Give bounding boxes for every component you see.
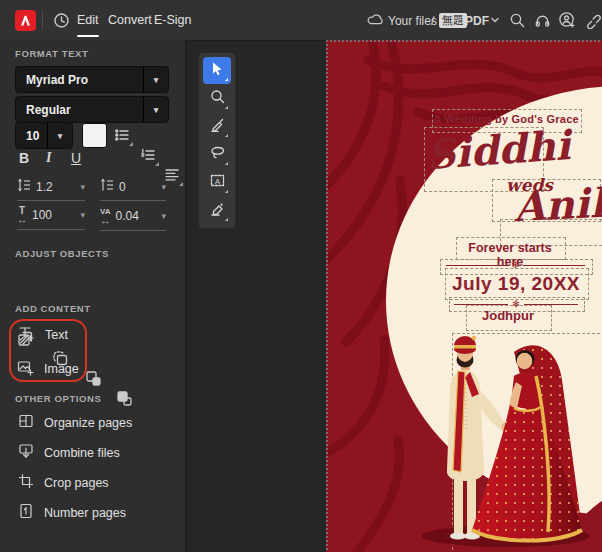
magnifier-icon [210, 89, 225, 108]
cloud-icon [366, 11, 384, 29]
menu-convert-label: Convert [108, 13, 152, 27]
chevron-down-icon[interactable] [486, 11, 504, 29]
chevron-down-icon: ▾ [161, 182, 166, 192]
edit-sidebar: FORMAT TEXT Myriad Pro ▾ Regular ▾ 10 ▾ … [0, 40, 187, 552]
sidebar-item-label: Number pages [44, 506, 126, 520]
select-tool[interactable] [203, 57, 231, 84]
sidebar-item-organize-pages[interactable]: Organize pages [18, 413, 132, 432]
eraser-tool[interactable] [203, 197, 231, 224]
combine-files-icon [18, 443, 34, 462]
date-text: July 19, 20XX [445, 273, 587, 295]
format-text-title: FORMAT TEXT [15, 48, 88, 59]
lasso-icon [210, 145, 225, 164]
adjust-objects-title: ADJUST OBJECTS [15, 248, 109, 259]
italic-button[interactable]: I [46, 150, 51, 166]
organize-pages-icon [18, 413, 34, 432]
ornament-divider-top: ✻ [446, 259, 585, 272]
link-icon[interactable] [583, 11, 601, 29]
menu-edit[interactable]: Edit [77, 0, 99, 40]
chevron-down-icon: ▾ [143, 97, 168, 122]
sidebar-item-crop-pages[interactable]: Crop pages [18, 473, 109, 492]
menu-convert[interactable]: Convert [108, 0, 152, 40]
pen-tool[interactable] [203, 113, 231, 140]
document-filename[interactable]: 無題 [439, 13, 467, 28]
couple-illustration[interactable] [414, 330, 590, 550]
menu-esign[interactable]: E-Sign [154, 0, 192, 40]
bullet-list-button[interactable] [112, 125, 132, 145]
breadcrumb-your-files[interactable]: Your files [388, 14, 437, 28]
line-spacing-icon [17, 178, 31, 195]
sidebar-item-label: Organize pages [44, 416, 132, 430]
numbered-list-button[interactable] [138, 145, 158, 165]
breadcrumb-separator: / [431, 14, 434, 28]
menu-esign-label: E-Sign [154, 13, 192, 27]
chevron-down-icon: ▾ [143, 67, 168, 92]
crop-pages-icon [18, 473, 34, 492]
font-family-value: Myriad Pro [16, 73, 143, 87]
annotation-highlight-circle [9, 319, 87, 382]
groom-name-text: Anil [513, 179, 602, 231]
horizontal-scale-control[interactable]: T↔ 100 ▾ [17, 206, 85, 224]
chevron-down-icon: ▾ [80, 210, 85, 220]
horizontal-scale-value: 100 [32, 208, 52, 222]
chevron-down-icon: ▾ [47, 123, 72, 148]
sidebar-item-combine-files[interactable]: Combine files [18, 443, 120, 462]
font-size-value: 10 [16, 129, 47, 143]
pdf-page: A Wedding by God's Grace Siddhi weds Ani… [326, 40, 602, 552]
share-person-icon[interactable] [558, 11, 576, 29]
char-spacing-value: 0.04 [116, 209, 139, 223]
history-icon[interactable] [52, 11, 70, 29]
font-style-value: Regular [16, 103, 143, 117]
paragraph-spacing-value: 0 [119, 180, 126, 194]
top-bar: Edit Convert E-Sign Your files / 無題 PDF [0, 0, 602, 41]
bold-button[interactable]: B [19, 150, 29, 166]
lasso-tool[interactable] [203, 141, 231, 168]
chevron-down-icon: ▾ [161, 211, 166, 221]
add-content-title: ADD CONTENT [15, 303, 91, 314]
number-pages-icon [18, 503, 34, 522]
other-options-title: OTHER OPTIONS [15, 393, 101, 404]
bride-name-text: Siddhi [425, 121, 572, 178]
headphones-icon[interactable] [533, 11, 551, 29]
acrobat-logo-icon[interactable] [15, 10, 36, 31]
zoom-tool[interactable] [203, 85, 231, 112]
text-select-icon: A [210, 173, 225, 192]
city-text: Jodhpur [466, 308, 550, 323]
svg-text:A: A [214, 177, 219, 186]
char-spacing-control[interactable]: VA↔ 0.04 ▾ [100, 206, 166, 225]
bride-figure [472, 345, 582, 540]
menu-edit-label: Edit [77, 13, 99, 27]
sidebar-item-label: Crop pages [44, 476, 109, 490]
horizontal-scale-icon: T↔ [17, 206, 27, 224]
eraser-icon [210, 201, 225, 220]
underline-button[interactable]: U [71, 150, 81, 166]
chevron-down-icon: ▾ [80, 182, 85, 192]
font-size-select[interactable]: 10 ▾ [15, 122, 73, 149]
line-spacing-control[interactable]: 1.2 ▾ [17, 178, 85, 195]
quick-tools-toolbar: A [198, 52, 236, 229]
char-spacing-icon: VA↔ [100, 206, 111, 225]
text-select-tool[interactable]: A [203, 169, 231, 196]
topbar-divider [42, 10, 43, 30]
paragraph-spacing-control[interactable]: 0 ▾ [100, 178, 166, 195]
sidebar-item-number-pages[interactable]: Number pages [18, 503, 126, 522]
line-spacing-value: 1.2 [36, 180, 53, 194]
font-color-swatch[interactable] [82, 123, 107, 148]
paragraph-spacing-icon [100, 178, 114, 195]
sidebar-item-label: Combine files [44, 446, 120, 460]
cursor-arrow-icon [210, 61, 225, 80]
font-style-select[interactable]: Regular ▾ [15, 96, 169, 123]
search-icon[interactable] [508, 11, 526, 29]
pen-icon [210, 117, 225, 136]
send-backward-button[interactable] [114, 388, 134, 408]
font-family-select[interactable]: Myriad Pro ▾ [15, 66, 169, 93]
